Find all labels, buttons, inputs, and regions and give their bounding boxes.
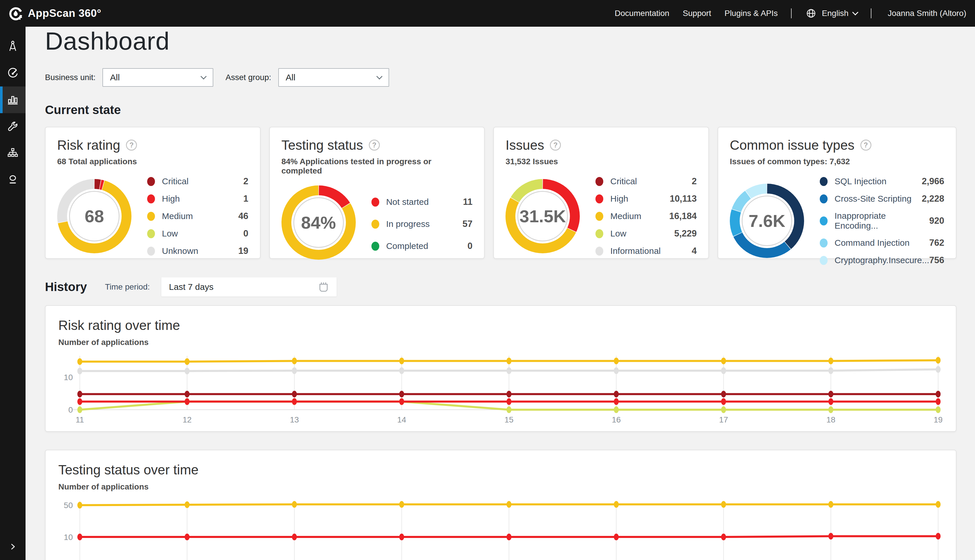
current-state-cards: Risk rating ? 68 Total applications 68 C… (45, 127, 957, 259)
legend-dot (820, 256, 828, 265)
legend-dot (820, 238, 828, 248)
time-period-picker[interactable]: Last 7 days (161, 277, 337, 297)
sidebar-expand-button[interactable] (0, 541, 25, 552)
legend: SQL Injection2,966 Cross-Site Scripting2… (820, 176, 944, 265)
help-icon[interactable]: ? (369, 140, 380, 151)
risk-rating-donut: 68 (57, 179, 132, 253)
legend-dot (595, 177, 603, 186)
nav-plugins-apis[interactable]: Plugins & APIs (725, 9, 778, 18)
card-title: Risk rating (57, 137, 120, 153)
asset-group-select[interactable]: All (278, 68, 389, 87)
current-state-heading: Current state (45, 103, 957, 117)
chart-y-axis-label: Number of applications (58, 338, 943, 347)
legend-dot (595, 247, 603, 256)
legend-row: Critical2 (595, 176, 697, 187)
sidebar-item-dashboard[interactable] (0, 87, 25, 113)
nav-documentation[interactable]: Documentation (615, 9, 669, 18)
testing-status-card: Testing status ? 84% Applications tested… (269, 127, 485, 259)
svg-text:19: 19 (933, 415, 942, 424)
card-subtitle: 31,532 Issues (505, 157, 697, 166)
svg-text:10: 10 (64, 533, 73, 542)
user-menu[interactable]: Joanna Smith (Altoro) (888, 9, 966, 18)
language-switcher[interactable]: English (805, 7, 857, 20)
legend-dot (147, 229, 155, 238)
org-chart-icon (7, 147, 19, 160)
risk-rating-card: Risk rating ? 68 Total applications 68 C… (45, 127, 261, 259)
legend: Critical2 High1 Medium46 Low0 Unknown19 (147, 176, 248, 256)
sidebar-item-organization[interactable] (0, 140, 25, 167)
help-icon[interactable]: ? (126, 140, 137, 151)
donut-center-value: 68 (85, 206, 104, 226)
testing-status-over-time-card: Testing status over time Number of appli… (45, 450, 957, 560)
top-nav: Documentation Support Plugins & APIs Eng… (615, 7, 966, 20)
sidebar-item-settings[interactable] (0, 113, 25, 140)
common-issue-types-card: Common issue types ? Issues of common ty… (718, 127, 957, 259)
sidebar-item-applications[interactable] (0, 33, 25, 60)
legend-row: Cryptography.Insecure...756 (820, 255, 944, 265)
main-content: Dashboard Business unit: All Asset group… (25, 27, 975, 560)
help-icon[interactable]: ? (860, 140, 872, 151)
common-issue-types-donut: 7.6K (730, 184, 804, 258)
chevron-down-icon (376, 73, 382, 79)
sidebar-item-users[interactable] (0, 167, 25, 193)
nav-support[interactable]: Support (683, 9, 711, 18)
legend-dot (820, 177, 828, 186)
testing-status-line-chart: 5010 (58, 497, 943, 560)
legend-dot (147, 247, 155, 256)
legend-row: Unknown19 (147, 246, 248, 256)
legend-row: In progress57 (372, 219, 473, 229)
history-heading: History (45, 280, 87, 294)
legend-dot (147, 177, 155, 186)
filters-row: Business unit: All Asset group: All (45, 68, 957, 87)
card-title: Common issue types (730, 137, 855, 153)
donut-center-value: 7.6K (749, 211, 785, 231)
svg-text:15: 15 (504, 415, 513, 424)
page-title: Dashboard (45, 27, 957, 55)
business-unit-label: Business unit: (45, 73, 95, 82)
svg-text:14: 14 (397, 415, 406, 424)
legend-row: Completed0 (372, 241, 473, 251)
time-period-value: Last 7 days (169, 282, 213, 292)
legend-row: Low5,229 (595, 228, 697, 239)
legend-row: Low0 (147, 228, 248, 239)
chevron-down-icon (200, 73, 207, 79)
business-unit-select[interactable]: All (102, 68, 213, 87)
svg-text:13: 13 (290, 415, 299, 424)
legend-dot (372, 242, 379, 251)
chart-title: Risk rating over time (58, 317, 943, 333)
chart-title: Testing status over time (58, 462, 943, 478)
svg-text:0: 0 (68, 405, 73, 414)
globe-icon (805, 7, 817, 20)
svg-text:10: 10 (64, 373, 73, 382)
asset-group-value: All (286, 73, 295, 82)
legend-row: High1 (147, 193, 248, 204)
legend: Not started11 In progress57 Completed0 (372, 197, 473, 251)
legend-dot (372, 220, 379, 228)
divider (791, 8, 792, 18)
risk-rating-over-time-card: Risk rating over time Number of applicat… (45, 305, 957, 432)
legend-dot (595, 229, 603, 238)
legend-dot (820, 217, 828, 225)
wrench-icon (7, 120, 19, 133)
chevron-down-icon (852, 9, 858, 15)
bar-chart-icon (6, 93, 20, 107)
legend-dot (147, 212, 155, 221)
legend-dot (595, 194, 603, 203)
sidebar-item-scans[interactable] (0, 60, 25, 87)
legend: Critical2 High10,113 Medium16,184 Low5,2… (595, 176, 697, 256)
legend-row: High10,113 (595, 193, 697, 204)
legend-row: Critical2 (147, 176, 248, 187)
legend-row: Inappropriate Encoding...920 (820, 211, 944, 231)
legend-dot (820, 194, 828, 203)
brand-name: AppScan 360° (28, 7, 101, 20)
asset-group-label: Asset group: (225, 73, 271, 82)
legend-dot (372, 198, 379, 207)
legend-row: Medium16,184 (595, 211, 697, 222)
testing-status-donut: 84% (282, 185, 356, 260)
business-unit-value: All (110, 73, 120, 82)
history-header: History Time period: Last 7 days (45, 277, 957, 297)
brand: AppScan 360° (9, 7, 101, 20)
time-period-label: Time period: (105, 282, 150, 292)
help-icon[interactable]: ? (550, 140, 561, 151)
divider (871, 8, 872, 18)
